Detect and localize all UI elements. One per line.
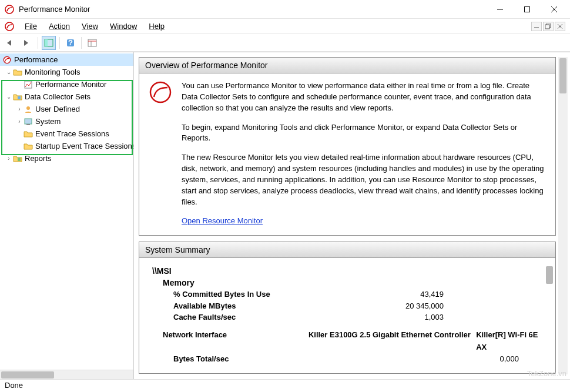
toolbar: ? bbox=[0, 34, 570, 52]
counter-value: 20 345,000 bbox=[326, 300, 467, 312]
perfmon-large-icon bbox=[149, 81, 172, 104]
chart-icon bbox=[24, 80, 33, 89]
close-button[interactable] bbox=[541, 1, 568, 18]
tree-label: Monitoring Tools bbox=[25, 68, 80, 76]
forward-button[interactable] bbox=[20, 36, 34, 50]
collapse-icon[interactable]: ⌄ bbox=[5, 93, 13, 100]
overview-paragraph-1: You can use Performance Monitor to view … bbox=[182, 81, 546, 114]
open-resource-monitor-link[interactable]: Open Resource Monitor bbox=[182, 216, 263, 225]
app-icon bbox=[5, 5, 14, 14]
svg-point-25 bbox=[150, 82, 170, 102]
minimize-button[interactable] bbox=[487, 1, 514, 18]
titlebar: Performance Monitor bbox=[0, 0, 570, 19]
folder-icon bbox=[24, 142, 33, 151]
main-area: Performance ⌄ Monitoring Tools Performan… bbox=[0, 52, 570, 379]
mdi-close-button[interactable] bbox=[555, 22, 565, 31]
svg-rect-23 bbox=[26, 124, 30, 125]
svg-rect-19 bbox=[25, 81, 32, 88]
show-hide-tree-button[interactable] bbox=[42, 36, 56, 50]
expand-icon[interactable]: › bbox=[5, 155, 13, 162]
counter-label: Available MBytes bbox=[173, 300, 326, 312]
mdi-restore-button[interactable] bbox=[543, 22, 554, 31]
counter-row: Bytes Total/sec 0,000 bbox=[173, 353, 542, 365]
tree-node-performance[interactable]: Performance bbox=[0, 53, 133, 66]
tree-label: Data Collector Sets bbox=[25, 92, 90, 101]
counter-label: Bytes Total/sec bbox=[173, 353, 306, 365]
menu-window[interactable]: Window bbox=[104, 20, 143, 32]
menu-action[interactable]: Action bbox=[43, 20, 76, 32]
mdi-minimize-button[interactable] bbox=[531, 22, 542, 31]
tree-label: Event Trace Sessions bbox=[35, 129, 109, 138]
counter-row: % Committed Bytes In Use 43,419 bbox=[173, 289, 542, 300]
toolbar-separator bbox=[38, 37, 38, 49]
expand-icon[interactable]: › bbox=[15, 118, 24, 125]
tree-node-performance-monitor[interactable]: Performance Monitor bbox=[0, 78, 133, 91]
menubar: File Action View Window Help bbox=[0, 19, 570, 34]
expand-icon[interactable]: › bbox=[15, 106, 24, 112]
content-pane: Overview of Performance Monitor You can … bbox=[134, 52, 570, 379]
tree-node-user-defined[interactable]: › User Defined bbox=[0, 103, 133, 115]
maximize-button[interactable] bbox=[514, 1, 541, 18]
system-summary-panel: System Summary \\MSI Memory % Committed … bbox=[139, 242, 556, 374]
counter-row: Cache Faults/sec 1,003 bbox=[173, 311, 542, 323]
tree-node-monitoring-tools[interactable]: ⌄ Monitoring Tools bbox=[0, 66, 133, 78]
perfmon-icon bbox=[2, 55, 12, 65]
tree-label: User Defined bbox=[35, 105, 80, 113]
svg-rect-15 bbox=[88, 39, 96, 46]
status-text: Done bbox=[5, 381, 23, 390]
content-vertical-scrollbar[interactable] bbox=[558, 57, 568, 374]
tree-horizontal-scrollbar[interactable] bbox=[0, 370, 133, 379]
menu-view[interactable]: View bbox=[76, 20, 104, 32]
reports-icon bbox=[13, 154, 22, 163]
tree-node-system[interactable]: › System bbox=[0, 115, 133, 128]
svg-rect-2 bbox=[525, 6, 530, 12]
svg-point-0 bbox=[5, 5, 14, 14]
back-button[interactable] bbox=[4, 36, 18, 50]
tree-label: Performance bbox=[14, 55, 58, 64]
svg-point-18 bbox=[4, 56, 10, 63]
overview-paragraph-3: The new Resource Monitor lets you view d… bbox=[182, 152, 546, 207]
svg-rect-12 bbox=[45, 39, 48, 46]
tree-node-reports[interactable]: › Reports bbox=[0, 152, 133, 165]
tree-node-data-collector-sets[interactable]: ⌄ Data Collector Sets bbox=[0, 91, 133, 103]
svg-rect-22 bbox=[25, 119, 32, 124]
summary-scrollbar[interactable] bbox=[546, 266, 553, 365]
tree-label: Startup Event Trace Sessions bbox=[35, 142, 134, 150]
folder-tools-icon bbox=[13, 68, 22, 77]
svg-text:?: ? bbox=[68, 39, 73, 47]
tree-label: System bbox=[35, 117, 61, 126]
counter-label: % Committed Bytes In Use bbox=[173, 289, 326, 300]
overview-paragraph-2: To begin, expand Monitoring Tools and cl… bbox=[182, 122, 546, 145]
network-category: Network Interface bbox=[163, 329, 309, 354]
svg-point-5 bbox=[5, 22, 14, 31]
folder-icon bbox=[24, 129, 33, 139]
svg-rect-24 bbox=[18, 158, 21, 161]
network-category-row: Network Interface Killer E3100G 2.5 Giga… bbox=[163, 329, 542, 354]
properties-button[interactable] bbox=[85, 36, 99, 50]
tree-label: Reports bbox=[25, 154, 52, 163]
tree-label: Performance Monitor bbox=[35, 80, 106, 89]
status-bar: Done bbox=[0, 379, 570, 392]
tree-pane: Performance ⌄ Monitoring Tools Performan… bbox=[0, 52, 134, 379]
collapse-icon[interactable]: ⌄ bbox=[5, 69, 13, 75]
svg-rect-8 bbox=[545, 25, 549, 29]
counter-value: 43,419 bbox=[326, 289, 467, 300]
window-title: Performance Monitor bbox=[19, 5, 487, 14]
system-summary-header: System Summary bbox=[139, 242, 555, 258]
toolbar-separator bbox=[59, 37, 60, 49]
counter-label: Cache Faults/sec bbox=[173, 311, 326, 323]
app-icon-small bbox=[5, 22, 14, 31]
svg-point-21 bbox=[26, 106, 30, 110]
folder-dcs-icon bbox=[13, 92, 22, 102]
memory-category: Memory bbox=[163, 278, 542, 287]
tree-node-event-trace-sessions[interactable]: Event Trace Sessions bbox=[0, 128, 133, 140]
network-instance-1: Killer E3100G 2.5 Gigabit Ethernet Contr… bbox=[309, 329, 476, 354]
tree-node-startup-event-trace-sessions[interactable]: Startup Event Trace Sessions bbox=[0, 140, 133, 152]
toolbar-separator bbox=[81, 37, 82, 49]
host-name: \\MSI bbox=[152, 266, 542, 276]
help-button[interactable]: ? bbox=[63, 36, 78, 50]
counter-value: 1,003 bbox=[326, 311, 467, 323]
menu-help[interactable]: Help bbox=[143, 20, 170, 32]
menu-file[interactable]: File bbox=[19, 20, 43, 32]
svg-rect-20 bbox=[18, 96, 21, 99]
